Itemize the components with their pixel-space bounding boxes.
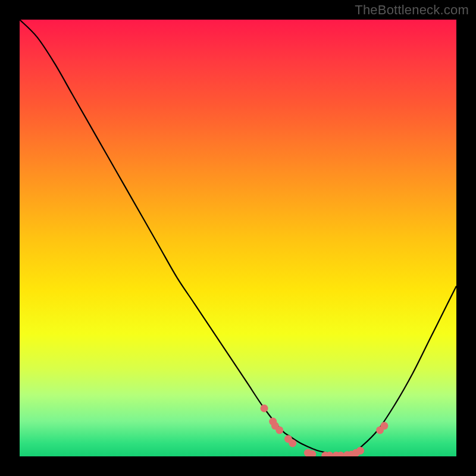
chart-plot	[20, 20, 456, 456]
watermark-text: TheBottleneck.com	[355, 2, 469, 18]
curve-marker	[289, 439, 296, 447]
chart-background	[20, 20, 456, 456]
curve-marker	[356, 447, 364, 455]
curve-marker	[275, 426, 283, 434]
curve-marker	[380, 422, 388, 430]
curve-marker	[261, 405, 268, 412]
chart-container: TheBottleneck.com	[0, 0, 476, 476]
